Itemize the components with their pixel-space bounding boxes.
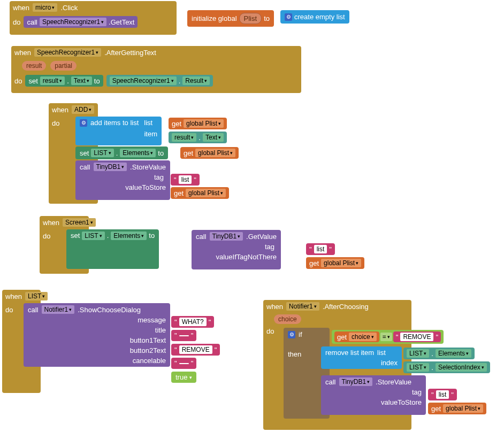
list-elements-getter[interactable]: LIST▾ . Elements▾ <box>403 348 475 359</box>
event-sr-aftergetting[interactable]: when SpeechRecognizer1▾ .AfterGettingTex… <box>11 46 301 93</box>
gear-icon[interactable]: ⚙ <box>285 13 292 21</box>
add-items-to-list[interactable]: ⚙ add items to list list item <box>75 117 162 145</box>
get-plist4[interactable]: get global Plist▾ <box>306 257 364 269</box>
do-label: do <box>13 18 20 26</box>
call-block[interactable]: call SpeechRecognizer1▾ .GetText <box>24 16 138 28</box>
event-micro-click[interactable]: when micro▾ .Click do call SpeechRecogni… <box>10 1 177 35</box>
text-list[interactable]: " list " <box>171 174 200 186</box>
sr-dropdown[interactable]: SpeechRecognizer1▾ <box>34 48 101 57</box>
call-tinydb-store[interactable]: call TinyDB1▾ .StoreValue tag valueToSto… <box>75 160 170 200</box>
component-dropdown[interactable]: micro▾ <box>33 3 57 12</box>
text-empty[interactable]: "" <box>171 330 196 341</box>
param-partial: partial <box>50 61 77 71</box>
get-choice[interactable]: get choice▾ <box>334 331 379 342</box>
init-global-plist[interactable]: initialize global Plist to <box>187 10 274 27</box>
equals-block[interactable]: get choice▾ =▾ "REMOVE" <box>332 330 444 344</box>
gear-icon[interactable]: ⚙ <box>80 119 87 127</box>
call-tinydb-store2[interactable]: call TinyDB1▾ .StoreValue tag valueToSto… <box>321 375 426 415</box>
get-plist3[interactable]: get global Plist▾ <box>171 187 229 199</box>
get-plist[interactable]: get global Plist▾ <box>169 118 227 129</box>
get-plist5[interactable]: get global Plist▾ <box>428 403 486 414</box>
set-list-elements[interactable]: set LIST▾ . Elements▾ to <box>75 146 168 159</box>
var-name: Plist <box>239 13 262 24</box>
set-result-text[interactable]: set result▾ . Text▾ to <box>25 75 103 87</box>
list-selindex-getter[interactable]: LIST▾ . SelectionIndex▾ <box>403 361 490 373</box>
result-text-getter[interactable]: result▾ . Text▾ <box>169 132 227 143</box>
param-result: result <box>22 61 46 71</box>
when-label: when <box>13 4 29 12</box>
text-list3[interactable]: "list" <box>428 389 457 400</box>
call-notifier-showchoose[interactable]: call Notifier1▾ .ShowChooseDialog messag… <box>24 303 170 367</box>
text-empty2[interactable]: "" <box>171 358 196 369</box>
event-label: .Click <box>60 4 78 12</box>
remove-list-item[interactable]: remove list item list index <box>321 346 402 369</box>
get-plist2[interactable]: get global Plist▾ <box>180 147 239 159</box>
text-remove2[interactable]: "REMOVE" <box>393 331 441 342</box>
text-what[interactable]: "WHAT?" <box>171 316 214 328</box>
bool-true[interactable]: true▾ <box>171 372 196 383</box>
sr-result-getter[interactable]: SpeechRecognizer1▾ . Result▾ <box>106 75 213 87</box>
text-remove[interactable]: "REMOVE" <box>171 344 220 356</box>
gear-icon[interactable]: ⚙ <box>288 331 295 338</box>
call-tinydb-getvalue[interactable]: call TinyDB1▾ .GetValue tag valueIfTagNo… <box>192 230 281 269</box>
set-list-elements2[interactable]: set LIST▾ . Elements▾ to <box>66 229 159 269</box>
create-empty-list[interactable]: ⚙ create empty list <box>280 10 349 24</box>
text-list2[interactable]: " list " <box>306 243 335 255</box>
param-choice: choice <box>274 314 301 324</box>
sr-dropdown[interactable]: SpeechRecognizer1▾ <box>40 18 106 26</box>
